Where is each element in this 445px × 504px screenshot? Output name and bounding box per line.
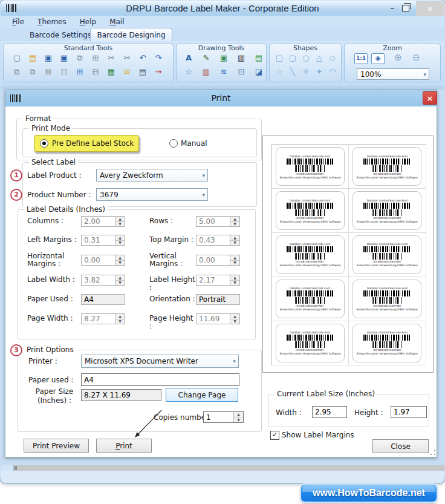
print-dialog-title: Print <box>5 90 437 106</box>
line-shape-icon[interactable]: ╲ <box>288 67 297 77</box>
change-page-button[interactable]: Change Page <box>166 388 238 402</box>
menu-item-themes[interactable]: Themes <box>31 18 73 26</box>
menu-item-file[interactable]: File <box>5 18 31 26</box>
select-label-caption: Select Label <box>29 158 78 166</box>
print-icon[interactable]: ▤ <box>138 67 148 77</box>
database-icon[interactable]: ⊟ <box>91 67 100 77</box>
ellipse-shape-icon[interactable]: ○ <box>301 53 311 63</box>
show-label-margins-label[interactable]: Show Label Margins <box>282 431 354 439</box>
menu-item-help[interactable]: Help <box>73 18 103 26</box>
preview-label: Databar Limited Barcode Font (01)0815824… <box>348 145 426 189</box>
zoom-out-icon[interactable]: ⊖ <box>412 53 420 62</box>
databar-2d-barcode <box>287 290 334 296</box>
detail-field: 2.00 ▲▼ <box>81 216 125 227</box>
redo-icon[interactable]: ↷ <box>154 53 163 63</box>
print-mode-caption: Print Mode <box>29 124 73 133</box>
linear-barcode <box>295 253 325 260</box>
zoom-caption: Zoom <box>345 44 440 52</box>
scrollbar-left-segment[interactable] <box>1 465 14 471</box>
gradient-tool-icon[interactable]: ◪ <box>254 67 264 77</box>
arc-shape-icon[interactable]: ◠ <box>328 67 337 77</box>
ungroup-objects-icon[interactable]: ⧉ <box>28 67 37 77</box>
grid-icon[interactable]: ⊞ <box>75 67 85 77</box>
freeform-tool-icon[interactable]: ☆ <box>184 67 193 77</box>
barcode-tool-icon[interactable]: ▥ <box>236 53 246 63</box>
print-preview-button[interactable]: Print Preview <box>24 439 89 453</box>
preview-label: Databar Limited Barcode Font (01)0815824… <box>348 277 426 321</box>
close-button[interactable]: Close <box>372 439 429 453</box>
paste-icon[interactable]: ⊞ <box>91 53 100 63</box>
rounded-rectangle-shape-icon[interactable]: ▢ <box>288 53 297 63</box>
linear-barcode <box>372 209 402 216</box>
group-objects-icon[interactable]: ⧉ <box>12 67 22 77</box>
rectangle-shape-icon[interactable]: □ <box>274 53 284 63</box>
preview-label: Databar Limited Barcode Font (01)0815824… <box>348 321 426 365</box>
howtobarcode-badge[interactable]: www.HowToBarcode.net <box>300 483 438 503</box>
detail-field: 3.82 ▲▼ <box>81 275 125 286</box>
open-folder-icon[interactable]: ▤ <box>28 53 37 63</box>
resize-grip[interactable] <box>430 450 436 456</box>
spinner-buttons: ▲▼ <box>230 217 239 226</box>
drawing-tools-caption: Drawing Tools <box>177 44 266 52</box>
scrollbar-thumb[interactable] <box>15 466 17 470</box>
printer-value: Microsoft XPS Document Writer <box>85 355 227 368</box>
undo-icon[interactable]: ↶ <box>138 53 148 63</box>
shapes-caption: Shapes <box>270 44 341 52</box>
zoom-in-icon[interactable]: ⊕ <box>394 53 402 62</box>
pen-tool-icon[interactable]: ✎ <box>201 53 211 63</box>
menu-item-mail[interactable]: Mail <box>103 18 131 26</box>
watermark-tool-icon[interactable]: ≋ <box>219 67 229 77</box>
text-tool-icon[interactable]: A <box>184 53 193 63</box>
restore-button[interactable] <box>402 5 409 11</box>
tab-barcode-designing-view[interactable]: Barcode Designing View <box>90 28 172 41</box>
databar-2d-barcode <box>363 159 411 165</box>
copy-icon[interactable]: ⧉ <box>75 53 85 63</box>
email-icon[interactable]: ✉ <box>122 67 132 77</box>
copies-number-stepper[interactable]: 1 ▲▼ <box>203 411 244 423</box>
star-shape-icon[interactable]: ☆ <box>274 67 284 77</box>
linear-barcode <box>295 297 325 304</box>
library-tool-icon[interactable]: ▥ <box>201 67 211 77</box>
label-product-label: Label Product : <box>27 171 82 180</box>
picture-tool-icon[interactable]: ▤ <box>254 53 264 63</box>
zoom-level-select[interactable]: 100% ▾ <box>357 68 429 80</box>
image-tool-icon[interactable]: ▣ <box>219 53 229 63</box>
printer-select[interactable]: Microsoft XPS Document Writer ▾ <box>81 355 239 368</box>
app-window: DRPU Barcode Label Maker - Corporate Edi… <box>0 0 445 483</box>
predefine-radio[interactable] <box>40 139 48 148</box>
label-product-select[interactable]: Avery Zweckform ▾ <box>96 169 208 182</box>
manual-radio[interactable] <box>169 139 178 148</box>
delete-icon[interactable]: ✂ <box>122 53 132 63</box>
paper-used-label: Paper used : <box>28 376 74 384</box>
save-icon[interactable]: ▣ <box>44 53 53 63</box>
export-icon[interactable]: → <box>154 67 163 77</box>
frame-tool-icon[interactable]: ⊡ <box>236 67 246 77</box>
image-window-icon[interactable]: ▦ <box>106 67 116 77</box>
starburst-shape-icon[interactable]: ☼ <box>301 67 311 77</box>
product-number-select[interactable]: 3679 ▾ <box>96 188 208 201</box>
unlock-icon[interactable]: ⊡ <box>59 67 69 77</box>
show-label-margins-checkbox[interactable]: ✓ <box>270 431 279 440</box>
format-caption: Format <box>23 114 53 123</box>
product-number-label: Product Number : <box>27 191 91 199</box>
window-close-button[interactable]: × <box>416 1 444 16</box>
minimize-button[interactable]: – <box>386 2 399 15</box>
fit-page-icon[interactable]: ◈ <box>371 53 385 64</box>
preview-label-sticker: Databar Limited Barcode Font (01)0815824… <box>352 191 421 230</box>
detail-field: 8.27 ▲▼ <box>81 313 125 324</box>
dialog-close-button[interactable]: × <box>423 91 437 105</box>
save-all-icon[interactable]: ▣ <box>59 53 69 63</box>
spinner-buttons[interactable]: ▲▼ <box>233 412 243 422</box>
manual-radio-label[interactable]: Manual <box>181 139 207 148</box>
horizontal-scrollbar[interactable] <box>1 465 444 471</box>
diamond-shape-icon[interactable]: ◇ <box>328 53 337 63</box>
actual-size-icon[interactable]: 1:1 <box>354 53 368 64</box>
cut-icon[interactable]: ✂ <box>106 53 116 63</box>
triangle-shape-icon[interactable]: △ <box>314 53 324 63</box>
paper-used-input[interactable]: A4 <box>81 373 239 386</box>
lock-icon[interactable]: ⊠ <box>44 67 53 77</box>
marker-3: 3 <box>10 344 22 356</box>
new-document-icon[interactable]: ▢ <box>12 53 22 63</box>
predefine-radio-label[interactable]: Pre Define Label Stock <box>52 139 134 148</box>
four-point-star-shape-icon[interactable]: ✦ <box>314 67 324 77</box>
